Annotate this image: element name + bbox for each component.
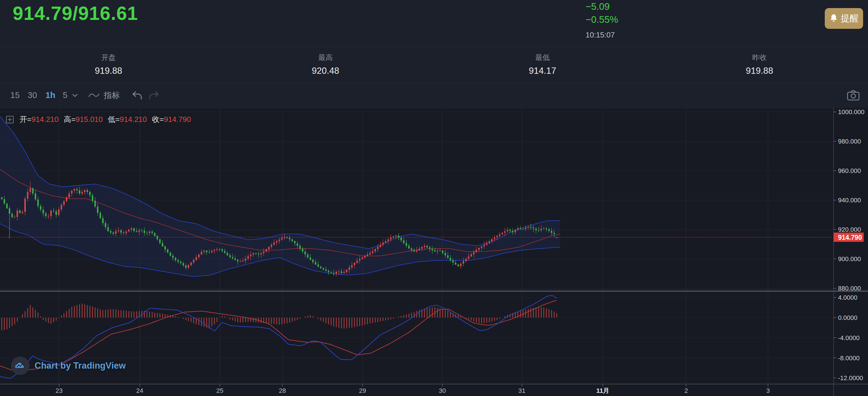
svg-text:11月: 11月	[596, 387, 609, 394]
timeframe-15[interactable]: 15	[10, 83, 20, 108]
snapshot-button[interactable]	[847, 83, 860, 108]
redo-icon	[148, 90, 160, 101]
legend-high: 高=915.010	[64, 115, 102, 124]
timeframe-5[interactable]: 5	[63, 83, 67, 108]
svg-text:-12.0000: -12.0000	[838, 374, 863, 382]
svg-text:23: 23	[56, 387, 63, 394]
svg-text:29: 29	[359, 387, 366, 394]
svg-text:960.000: 960.000	[838, 167, 861, 174]
quote-header: 914.79/916.61 −5.09 −0.55% 10:15:07 提醒	[0, 0, 868, 47]
stat-value: 919.88	[746, 66, 773, 76]
bid-ask-price: 914.79/916.61	[13, 2, 138, 24]
svg-text:-8.0000: -8.0000	[838, 355, 860, 362]
svg-text:2: 2	[684, 387, 688, 394]
svg-text:0.0000: 0.0000	[838, 314, 857, 322]
svg-text:24: 24	[136, 387, 143, 394]
timeframe-1h[interactable]: 1h	[45, 83, 55, 108]
alert-button[interactable]: 提醒	[825, 8, 863, 29]
svg-text:-4.0000: -4.0000	[838, 334, 860, 341]
stat-value: 914.17	[529, 66, 556, 76]
tradingview-logo-icon	[11, 357, 29, 375]
quote-time: 10:15:07	[586, 29, 618, 41]
indicators-button[interactable]: 指标	[88, 83, 120, 108]
stat-low: 最低 914.17	[434, 47, 651, 83]
svg-text:30: 30	[439, 387, 446, 394]
legend-close-label: 收	[152, 115, 160, 124]
undo-icon	[131, 90, 143, 101]
legend-low-value: 914.210	[120, 115, 147, 124]
svg-text:31: 31	[519, 387, 525, 394]
svg-text:900.000: 900.000	[838, 255, 861, 263]
stat-label: 昨收	[752, 53, 767, 62]
chart-toolbar: 15 30 1h 5 指标	[0, 83, 868, 108]
stat-prev-close: 昨收 919.88	[651, 47, 868, 83]
legend-close-value: 914.790	[164, 115, 191, 124]
alert-button-label: 提醒	[841, 12, 859, 25]
indicators-label: 指标	[104, 90, 120, 101]
stat-label: 开盘	[101, 53, 116, 62]
legend-high-label: 高	[64, 115, 71, 124]
chevron-down-icon	[72, 94, 78, 97]
ohlc-legend: 开=914.210 高=915.010 低=914.210 收=914.790	[6, 115, 191, 124]
legend-close: 收=914.790	[152, 115, 191, 124]
stat-label: 最低	[535, 53, 550, 62]
bell-icon	[829, 14, 838, 23]
legend-high-value: 915.010	[75, 115, 102, 124]
redo-button[interactable]	[148, 83, 160, 108]
price-change-percent: −0.55%	[586, 13, 618, 26]
legend-open: 开=914.210	[20, 115, 59, 124]
camera-icon	[847, 90, 860, 101]
price-change: −5.09	[586, 0, 618, 13]
svg-text:880.000: 880.000	[838, 285, 861, 292]
svg-text:3: 3	[766, 387, 770, 394]
timeframe-dropdown-button[interactable]	[72, 83, 78, 108]
legend-low: 低=914.210	[108, 115, 147, 124]
undo-button[interactable]	[131, 83, 143, 108]
stat-high: 最高 920.48	[217, 47, 434, 83]
daily-stats-row: 开盘 919.88 最高 920.48 最低 914.17 昨收 919.88	[0, 47, 868, 83]
svg-text:980.000: 980.000	[838, 138, 861, 145]
stat-label: 最高	[318, 53, 333, 62]
attribution-text: Chart by TradingView	[35, 361, 126, 371]
grid-plus-icon[interactable]	[6, 116, 14, 124]
svg-text:28: 28	[279, 387, 286, 394]
legend-low-label: 低	[108, 115, 115, 124]
legend-open-label: 开	[20, 115, 27, 124]
stat-open: 开盘 919.88	[0, 47, 217, 83]
timeframe-30[interactable]: 30	[28, 83, 37, 108]
stat-value: 920.48	[312, 66, 339, 76]
svg-text:25: 25	[216, 387, 223, 394]
svg-text:4.0000: 4.0000	[838, 294, 857, 301]
tradingview-attribution[interactable]: Chart by TradingView	[11, 357, 126, 375]
svg-text:940.000: 940.000	[838, 196, 861, 204]
svg-text:1000.000: 1000.000	[838, 109, 865, 116]
svg-text:914.790: 914.790	[838, 234, 862, 241]
indicator-wave-icon	[88, 92, 100, 99]
change-block: −5.09 −0.55% 10:15:07	[586, 0, 618, 41]
legend-open-value: 914.210	[31, 115, 59, 124]
svg-text:920.000: 920.000	[838, 226, 861, 233]
stat-value: 919.88	[95, 66, 122, 76]
